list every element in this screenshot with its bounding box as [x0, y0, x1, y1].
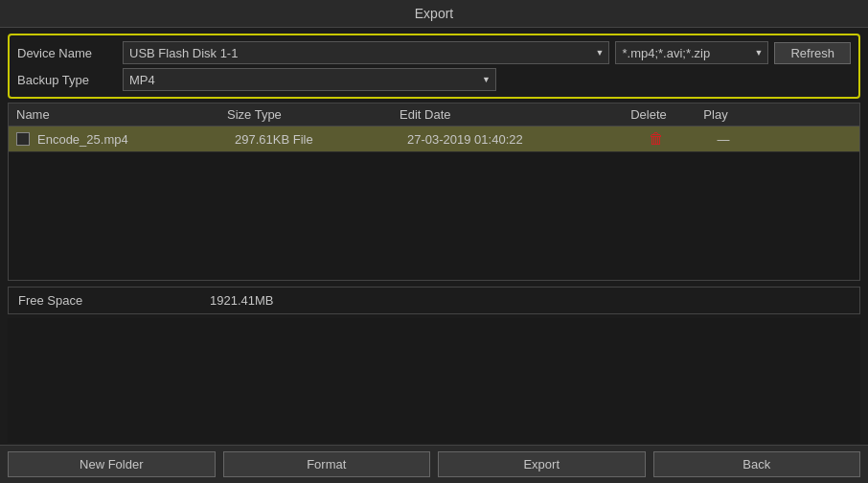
backup-type-select[interactable]: MP4: [123, 68, 496, 91]
main-content-area: [8, 318, 860, 443]
bottom-bar: New Folder Format Export Back: [0, 445, 868, 483]
device-name-select[interactable]: USB Flash Disk 1-1: [123, 41, 609, 64]
col-header-delete: Delete: [610, 107, 687, 122]
file-size-type: 297.61KB File: [235, 132, 407, 147]
file-checkbox[interactable]: [16, 132, 30, 146]
file-area: Name Size Type Edit Date Delete Play Enc…: [8, 103, 860, 281]
file-ext-select[interactable]: *.mp4;*.avi;*.zip: [615, 41, 768, 64]
format-button[interactable]: Format: [223, 451, 431, 477]
device-name-row: Device Name USB Flash Disk 1-1 *.mp4;*.a…: [17, 41, 851, 64]
backup-type-wrapper: MP4: [123, 68, 496, 91]
free-space-label: Free Space: [18, 293, 210, 308]
col-header-name: Name: [16, 107, 227, 122]
backup-type-label: Backup Type: [17, 73, 123, 87]
file-table-header: Name Size Type Edit Date Delete Play: [9, 104, 859, 126]
new-folder-button[interactable]: New Folder: [8, 451, 216, 477]
top-controls-panel: Device Name USB Flash Disk 1-1 *.mp4;*.a…: [8, 34, 860, 99]
back-button[interactable]: Back: [653, 451, 861, 477]
file-ext-wrapper: *.mp4;*.avi;*.zip: [615, 41, 768, 64]
file-list: Encode_25.mp4 297.61KB File 27-03-2019 0…: [9, 126, 859, 280]
export-dialog: Export Device Name USB Flash Disk 1-1 *.…: [0, 0, 868, 483]
col-header-edit-date: Edit Date: [400, 107, 610, 122]
backup-type-row: Backup Type MP4: [17, 68, 851, 91]
free-space-bar: Free Space 1921.41MB: [8, 287, 860, 314]
play-dash: —: [695, 132, 752, 147]
export-button[interactable]: Export: [438, 451, 646, 477]
table-row[interactable]: Encode_25.mp4 297.61KB File 27-03-2019 0…: [9, 126, 859, 152]
device-name-label: Device Name: [17, 46, 123, 60]
file-name: Encode_25.mp4: [37, 132, 235, 147]
dialog-title: Export: [0, 0, 868, 28]
col-header-play: Play: [687, 107, 744, 122]
device-name-wrapper: USB Flash Disk 1-1: [123, 41, 609, 64]
free-space-value: 1921.41MB: [210, 293, 274, 308]
col-header-size-type: Size Type: [227, 107, 400, 122]
file-edit-date: 27-03-2019 01:40:22: [407, 132, 618, 147]
refresh-button[interactable]: Refresh: [774, 42, 851, 64]
delete-icon[interactable]: 🗑: [618, 130, 695, 148]
